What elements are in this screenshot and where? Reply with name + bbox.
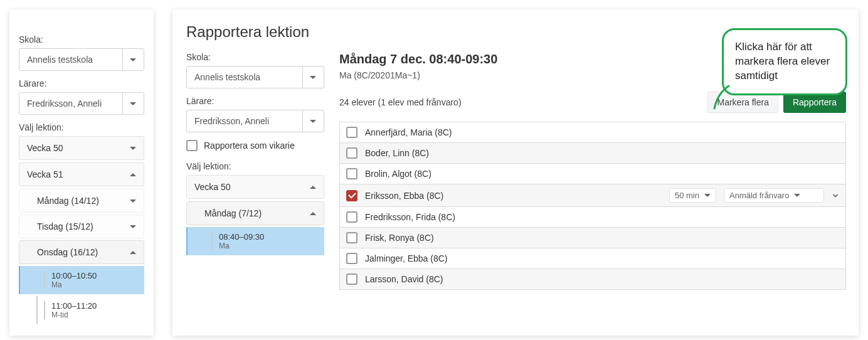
teacher-select-value: Fredriksson, Anneli [27, 98, 102, 109]
student-checkbox[interactable] [346, 127, 357, 138]
week-item-r[interactable]: Vecka 50 [186, 175, 324, 199]
chevron-up-icon [310, 186, 316, 189]
teacher-label-r: Lärare: [186, 96, 324, 106]
chevron-up-icon [130, 173, 136, 176]
callout-tail-icon [711, 85, 730, 110]
chevron-down-icon [704, 194, 711, 197]
teacher-select-r[interactable]: Fredriksson, Anneli [186, 110, 324, 132]
student-name: Jalminger, Ebba (8C) [365, 253, 839, 263]
report-sidebar: Skola: Annelis testskola Lärare: Fredrik… [186, 52, 324, 289]
day-label: Onsdag (16/12) [37, 247, 98, 257]
student-name: Eriksson, Ebba (8C) [365, 191, 662, 201]
chevron-down-icon [302, 110, 322, 132]
lesson-bar [44, 301, 45, 319]
lesson-time-r: 08:40–09:30 [219, 232, 264, 242]
lesson-time: 10:00–10:50 [51, 271, 97, 280]
student-row[interactable]: Fredriksson, Frida (8C) [339, 206, 846, 228]
substitute-label: Rapportera som vikarie [204, 141, 295, 151]
chevron-down-icon [794, 194, 800, 197]
school-select-r[interactable]: Annelis testskola [186, 66, 324, 88]
week-label-r: Vecka 50 [194, 182, 231, 192]
student-row[interactable]: Frisk, Ronya (8C) [339, 227, 846, 248]
lesson-item-1000[interactable]: 10:00–10:50 Ma [19, 266, 144, 294]
substitute-checkbox[interactable] [186, 140, 198, 151]
status-text: 24 elever (1 elev med frånvaro) [339, 97, 462, 107]
day-label-r: Måndag (7/12) [204, 208, 262, 218]
lesson-bar [211, 232, 213, 250]
student-checkbox[interactable] [346, 232, 357, 243]
student-row[interactable]: Boder, Linn (8C) [339, 142, 846, 164]
student-list: Annerfjärd, Maria (8C)Boder, Linn (8C)Br… [339, 122, 846, 290]
reason-select[interactable]: Anmäld frånvaro [724, 188, 824, 203]
lesson-subject: M-tid [51, 311, 97, 319]
teacher-label: Lärare: [19, 78, 144, 88]
chevron-down-icon [130, 147, 136, 150]
week-item-51[interactable]: Vecka 51 [19, 162, 144, 186]
help-callout: Klicka här för att markera flera elever … [722, 28, 847, 95]
expand-icon[interactable] [832, 192, 839, 199]
left-panel: Skola: Annelis testskola Lärare: Fredrik… [9, 9, 154, 336]
school-select-value: Annelis testskola [27, 55, 93, 65]
school-select-value-r: Annelis testskola [194, 72, 260, 82]
callout-text: Klicka här för att markera flera elever … [735, 41, 830, 82]
lesson-item-r[interactable]: 08:40–09:30 Ma [186, 227, 324, 255]
chevron-up-icon [130, 251, 136, 254]
week-label: Vecka 50 [27, 143, 63, 153]
lesson-bar [44, 271, 45, 289]
lesson-subject: Ma [51, 280, 97, 289]
day-item-wed[interactable]: Onsdag (16/12) [19, 240, 144, 264]
lesson-subject-r: Ma [219, 242, 264, 250]
right-panel: Rapportera lektion Skola: Annelis testsk… [172, 9, 859, 336]
teacher-select[interactable]: Fredriksson, Anneli [19, 92, 144, 115]
chevron-down-icon [130, 225, 136, 228]
chevron-down-icon [122, 49, 142, 70]
lesson-label-r: Välj lektion: [186, 161, 324, 171]
school-select[interactable]: Annelis testskola [19, 48, 144, 71]
student-row[interactable]: Eriksson, Ebba (8C)50 minAnmäld frånvaro [339, 184, 846, 207]
lesson-item-1100[interactable]: 11:00–11:20 M-tid [36, 296, 144, 324]
chevron-up-icon [310, 212, 316, 215]
week-item-50[interactable]: Vecka 50 [19, 136, 144, 160]
student-checkbox[interactable] [346, 274, 357, 285]
student-name: Annerfjärd, Maria (8C) [365, 127, 839, 137]
lesson-label: Välj lektion: [19, 122, 144, 132]
teacher-select-value-r: Fredriksson, Anneli [194, 116, 269, 126]
reason-value: Anmäld frånvaro [729, 191, 789, 200]
student-name: Larsson, David (8C) [365, 274, 839, 284]
student-name: Boder, Linn (8C) [365, 148, 839, 158]
duration-select[interactable]: 50 min [669, 188, 716, 203]
student-row[interactable]: Annerfjärd, Maria (8C) [339, 122, 846, 143]
day-label: Tisdag (15/12) [37, 221, 93, 231]
week-label: Vecka 51 [27, 169, 63, 179]
duration-value: 50 min [675, 191, 699, 200]
chevron-down-icon [302, 66, 322, 88]
student-checkbox[interactable] [346, 211, 357, 223]
student-name: Fredriksson, Frida (8C) [365, 212, 839, 222]
substitute-checkbox-row[interactable]: Rapportera som vikarie [186, 140, 324, 151]
student-checkbox[interactable] [346, 168, 357, 179]
student-name: Brolin, Algot (8C) [365, 169, 839, 179]
school-label: Skola: [19, 35, 144, 45]
day-item-mon[interactable]: Måndag (14/12) [19, 189, 144, 213]
student-row[interactable]: Larsson, David (8C) [339, 268, 846, 290]
student-checkbox[interactable] [346, 253, 357, 264]
student-checkbox[interactable] [346, 147, 357, 159]
lesson-time: 11:00–11:20 [51, 301, 97, 311]
student-checkbox[interactable] [346, 190, 357, 201]
chevron-down-icon [122, 93, 142, 114]
day-item-tue[interactable]: Tisdag (15/12) [19, 215, 144, 238]
school-label-r: Skola: [186, 52, 324, 62]
student-row[interactable]: Jalminger, Ebba (8C) [339, 248, 846, 269]
student-row[interactable]: Brolin, Algot (8C) [339, 163, 846, 184]
day-item-r[interactable]: Måndag (7/12) [186, 201, 324, 225]
day-label: Måndag (14/12) [37, 196, 99, 206]
chevron-down-icon [130, 199, 136, 203]
student-name: Frisk, Ronya (8C) [365, 233, 839, 243]
